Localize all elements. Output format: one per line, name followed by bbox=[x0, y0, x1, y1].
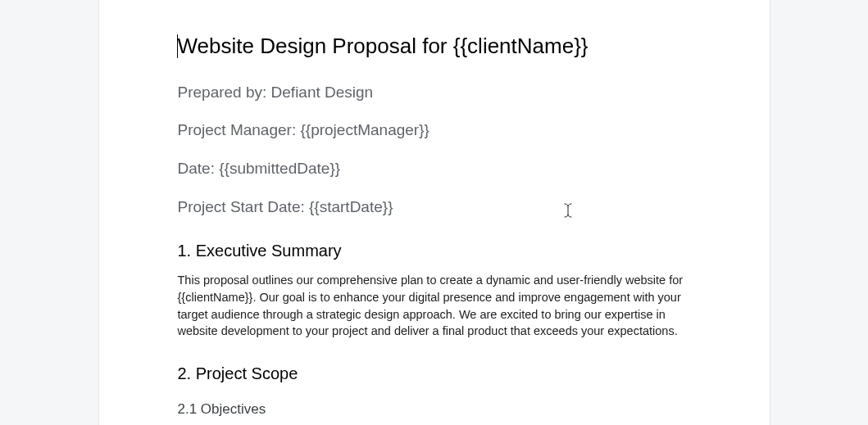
subsection-heading-objectives[interactable]: 2.1 Objectives bbox=[178, 401, 691, 418]
meta-prepared-by[interactable]: Prepared by: Defiant Design bbox=[178, 83, 691, 103]
document-page: Website Design Proposal for {{clientName… bbox=[98, 0, 770, 425]
document-title[interactable]: Website Design Proposal for {{clientName… bbox=[178, 33, 691, 60]
section-heading-exec-summary[interactable]: 1. Executive Summary bbox=[178, 242, 691, 260]
exec-summary-body[interactable]: This proposal outlines our comprehensive… bbox=[178, 272, 691, 340]
section-heading-scope[interactable]: 2. Project Scope bbox=[178, 364, 691, 383]
meta-start-date[interactable]: Project Start Date: {{startDate}} bbox=[178, 197, 691, 218]
meta-project-manager[interactable]: Project Manager: {{projectManager}} bbox=[178, 120, 691, 141]
meta-date[interactable]: Date: {{submittedDate}} bbox=[178, 159, 691, 179]
